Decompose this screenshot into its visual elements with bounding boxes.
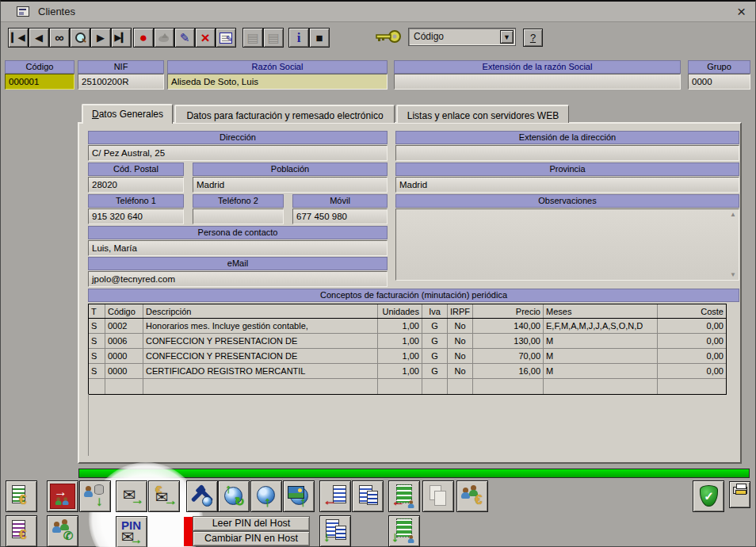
info-icon: i: [297, 31, 301, 44]
output-tray-icon: ▤: [267, 32, 279, 44]
next-record-button[interactable]: ▶: [90, 28, 111, 48]
poblacion-label: Población: [193, 163, 388, 176]
table-row[interactable]: S0002Honorarios mes. Incluye gestión con…: [89, 319, 726, 334]
stop-button[interactable]: ■: [309, 28, 330, 48]
razon-social-label: Razón Social: [167, 60, 388, 74]
tab-listas-web[interactable]: Listas y enlace con servidores WEB: [396, 105, 569, 123]
cambiar-pin-button[interactable]: Cambiar PIN en Host: [193, 531, 310, 546]
grid-header-cell: IRPF: [448, 304, 473, 318]
web-upload-button[interactable]: ↑: [250, 480, 282, 512]
list-download-clients-button[interactable]: ↓: [388, 515, 420, 547]
first-record-button[interactable]: ▎◀: [8, 28, 29, 48]
zoom-search-button[interactable]: [70, 28, 90, 48]
prev-record-icon: ◀: [35, 33, 43, 43]
grid-cell: 0006: [105, 334, 143, 348]
document-download-list-button[interactable]: ↓: [319, 515, 351, 547]
table-row[interactable]: [89, 379, 726, 394]
record-button[interactable]: ●: [133, 28, 154, 48]
verify-button[interactable]: ✓: [693, 480, 724, 512]
notepad-button[interactable]: ✎: [216, 28, 236, 48]
grid-cell: M: [544, 349, 658, 363]
scroll-up-icon[interactable]: ▲: [730, 211, 736, 218]
grupo-field[interactable]: 0000: [688, 74, 750, 90]
dove-button[interactable]: [154, 28, 174, 48]
send-invoice-email-button[interactable]: €✉→: [148, 480, 180, 512]
prev-record-button[interactable]: ◀: [29, 28, 49, 48]
grid-cell: [89, 379, 105, 394]
leer-pin-button[interactable]: Leer PIN del Host: [193, 516, 310, 531]
grid-header-cell: Coste: [658, 304, 726, 318]
client-database-download-button[interactable]: ↓: [79, 480, 111, 512]
razon-social-field[interactable]: Aliseda De Soto, Luis: [167, 74, 388, 90]
close-icon[interactable]: ×: [737, 3, 746, 21]
movil-field[interactable]: 677 450 980: [292, 208, 388, 224]
email-field[interactable]: jpolo@tecnyred.com: [88, 271, 388, 287]
extension-razon-field[interactable]: [394, 74, 681, 90]
copy-documents-button[interactable]: [422, 480, 454, 512]
persona-contacto-field[interactable]: Luis, María: [88, 240, 388, 256]
photo-upload-button[interactable]: ↑: [283, 480, 315, 512]
tab-facturacion[interactable]: Datos para facturación y remesado electr…: [174, 105, 395, 123]
dove-icon: [158, 33, 170, 43]
print-button[interactable]: [729, 481, 750, 508]
observaciones-label: Observaciones: [395, 194, 739, 208]
pin-email-button[interactable]: PIN✉→: [116, 516, 147, 547]
telefono1-field[interactable]: 915 320 640: [88, 208, 184, 224]
web-sync-upload-button[interactable]: ↑↻: [218, 480, 250, 512]
grid-header-cell: Iva: [422, 304, 448, 318]
ext-direccion-field[interactable]: [395, 145, 739, 161]
grid-cell: 16,00: [473, 364, 544, 378]
clients-phone-button[interactable]: ✆: [47, 515, 78, 547]
document-list-button[interactable]: [352, 480, 384, 512]
cod-postal-field[interactable]: 28020: [88, 177, 184, 193]
purple-invoice-euro-button[interactable]: €: [6, 515, 37, 547]
grid-cell: 0,00: [658, 349, 726, 363]
poblacion-field[interactable]: Madrid: [193, 177, 388, 193]
export-clients-button[interactable]: →: [47, 480, 78, 512]
help-button[interactable]: ?: [523, 29, 543, 47]
grid-cell: 1,00: [378, 319, 422, 333]
grid-cell: [473, 379, 544, 394]
telefono1-label: Teléfono 1: [88, 194, 184, 208]
binoculars-search-button[interactable]: ∞: [49, 28, 70, 48]
chevron-down-icon[interactable]: ▼: [500, 30, 514, 44]
tab-label: atos Generales: [99, 109, 163, 120]
invoice-euro-button[interactable]: €: [6, 480, 37, 512]
nif-field[interactable]: 25100200R: [78, 74, 164, 90]
send-email-button[interactable]: ✉→: [116, 480, 147, 512]
grupo-label: Grupo: [688, 60, 750, 74]
last-record-button[interactable]: ▶▎: [111, 28, 132, 48]
grid-cell: No: [448, 319, 473, 333]
edit-pen-button[interactable]: ✎: [174, 28, 195, 48]
codigo-field[interactable]: 000001: [5, 74, 74, 90]
list-import-clients-button[interactable]: ←: [388, 480, 420, 512]
direccion-field[interactable]: C/ Pez Austral, 25: [88, 145, 388, 161]
scroll-down-icon[interactable]: ▼: [730, 271, 736, 278]
window-icon: [17, 6, 29, 17]
index-select[interactable]: Código ▼: [408, 28, 516, 46]
list-import-clients-icon: ←: [389, 481, 419, 511]
grid-cell: 0,00: [658, 334, 726, 348]
clients-euro-button[interactable]: €: [456, 480, 488, 512]
info-button[interactable]: i: [288, 28, 309, 48]
clientes-window: Clientes × ▎◀ ◀ ∞ ▶ ▶▎ ● ✎ × ✎ ▤ ▤ i ■ C…: [0, 0, 756, 547]
grid-cell: No: [448, 364, 473, 378]
tab-datos-generales[interactable]: Datos Generales: [82, 104, 173, 124]
provincia-field[interactable]: Madrid: [395, 177, 739, 193]
web-tools-button[interactable]: [186, 480, 218, 512]
grid-cell: G: [422, 334, 448, 348]
grid-header-cell: Precio: [473, 304, 544, 318]
table-row[interactable]: S0006CONFECCION Y PRESENTACION DE1,00GNo…: [89, 334, 726, 349]
delete-button[interactable]: ×: [195, 28, 216, 48]
observaciones-field[interactable]: ▲ ▼: [395, 208, 739, 281]
notepad-icon: ✎: [220, 33, 232, 44]
document-import-button[interactable]: ←: [319, 480, 351, 512]
grid-cell: G: [422, 319, 448, 333]
output-tray-button-1[interactable]: ▤: [242, 28, 263, 48]
table-row[interactable]: S0000CONFECCION Y PRESENTACION DE1,00GNo…: [89, 349, 726, 364]
telefono2-field[interactable]: [193, 208, 284, 224]
document-download-list-icon: ↓: [320, 516, 350, 546]
output-tray-button-2[interactable]: ▤: [263, 28, 284, 48]
concepts-grid[interactable]: TCódigoDescripciónUnidadesIvaIRPFPrecioM…: [88, 304, 727, 395]
table-row[interactable]: S0000CERTIFICADO REGISTRO MERCANTIL1,00G…: [89, 364, 726, 379]
